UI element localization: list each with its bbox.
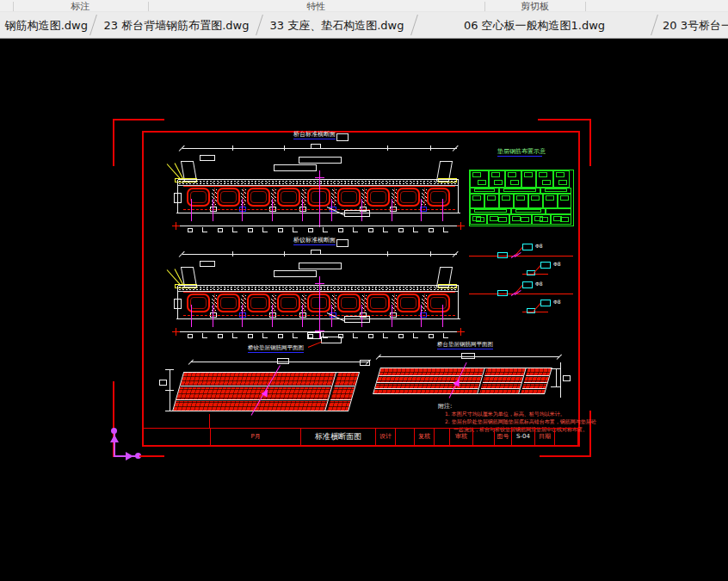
- rebar-tick-magenta: [213, 305, 213, 327]
- bearing-hook: [293, 232, 298, 232]
- drawing-detail: [250, 191, 267, 203]
- bar-section-mark: [497, 290, 508, 296]
- dim-box: [277, 358, 289, 364]
- corner-mark-tr: [538, 119, 591, 121]
- bearing-mark: [368, 334, 373, 338]
- web-red-tick: [274, 294, 275, 312]
- drawing-detail: [430, 191, 447, 203]
- label-box: [299, 157, 342, 164]
- grid-inner-box: [545, 189, 567, 192]
- deck-edge: [458, 286, 459, 318]
- bar-section-mark: [497, 252, 508, 258]
- label-box: [344, 210, 370, 217]
- grid-inner-box: [539, 172, 547, 177]
- rebar-tick-magenta: [242, 199, 243, 221]
- drawing-detail: [341, 297, 357, 309]
- grid-inner-box: [508, 172, 516, 177]
- grid-inner-box: [491, 172, 500, 177]
- void-cell: [247, 188, 270, 207]
- centerline-cross: [319, 173, 320, 182]
- dim-tick: [232, 251, 233, 257]
- void-cell: [367, 294, 390, 312]
- grid-inner-box: [531, 195, 540, 201]
- bearing-hook: [443, 232, 448, 232]
- label-box: [274, 164, 317, 171]
- web-red-tick: [394, 294, 395, 312]
- axis-plus: [176, 222, 176, 230]
- title-underline: [248, 352, 304, 353]
- rebar-tick-magenta: [242, 305, 243, 327]
- rebar-tick-magenta: [302, 199, 303, 221]
- web-red-tick: [214, 188, 215, 207]
- bearing-hook: [383, 232, 388, 232]
- grid-inner-box: [560, 195, 569, 201]
- dim-box: [311, 144, 321, 149]
- rebar-tick-magenta: [191, 199, 192, 221]
- web-red-tick: [364, 188, 365, 207]
- bar-detail-line: [469, 294, 573, 294]
- grid-inner-box: [487, 195, 496, 201]
- label-box: [307, 332, 321, 339]
- bearing-hook: [293, 337, 298, 338]
- drawing-detail: [250, 297, 267, 309]
- bearing-hook: [232, 232, 238, 232]
- grid-inner-box: [498, 217, 507, 222]
- bar-label-box: [522, 244, 533, 250]
- web-red-tick: [424, 188, 425, 207]
- dim-tick: [165, 369, 174, 370]
- drawing-viewport[interactable]: 桥台标准横断面桥铰标准横断面垫层钢筋布置示意Φ8Φ8Φ8Φ8桥铰垫层钢筋网平面图…: [0, 0, 728, 581]
- label-box: [274, 270, 317, 277]
- titleblock-cell: 图号: [495, 429, 512, 445]
- plan-title: 桥台垫层钢筋网平面图: [437, 342, 493, 349]
- rebar-tick-magenta: [272, 199, 273, 221]
- grid-inner-box: [524, 172, 533, 177]
- tab-drawing-1[interactable]: 钢筋构造图.dwg: [0, 14, 93, 37]
- rebar-tick-magenta: [421, 199, 422, 221]
- deck-stipple: [178, 285, 459, 292]
- rebar-tick-magenta: [213, 199, 213, 221]
- bearing-hook: [353, 232, 358, 232]
- bar-detail-line: [469, 256, 573, 257]
- scale-box: [336, 133, 349, 141]
- grid-inner-box: [476, 217, 484, 222]
- panel-divider: [585, 2, 586, 11]
- grid-inner-box: [512, 216, 521, 221]
- bearing-hook: [262, 337, 268, 338]
- void-cell: [337, 188, 361, 207]
- tab-drawing-2[interactable]: 23 桥台背墙钢筋布置图.dwg: [94, 14, 259, 37]
- grid-inner-box: [556, 172, 565, 177]
- centerline-cross: [315, 331, 324, 331]
- titleblock-cell: P月: [211, 429, 301, 445]
- note-line: 2. 垫层台阶处垫层钢筋网随垫层底标高错台布置，钢筋网与垫层砼: [445, 418, 596, 424]
- tab-drawing-4[interactable]: 06 空心板一般构造图1.dwg: [415, 14, 654, 37]
- drawing-detail: [341, 191, 357, 203]
- web-red-tick: [394, 188, 395, 207]
- rebar-tick-magenta: [392, 199, 392, 221]
- corner-mark-br: [540, 455, 591, 457]
- dim-box: [360, 360, 370, 366]
- tab-drawing-3[interactable]: 33 支座、垫石构造图.dwg: [260, 14, 414, 37]
- drawing-detail: [370, 297, 386, 309]
- void-cell: [337, 294, 361, 312]
- bearing-hook: [353, 337, 358, 338]
- titleblock-cell: 复核: [415, 429, 435, 445]
- void-cell: [427, 188, 450, 207]
- panel-label-clipboard: 剪切板: [484, 0, 585, 12]
- application-window: 桥台标准横断面桥铰标准横断面垫层钢筋布置示意Φ8Φ8Φ8Φ8桥铰垫层钢筋网平面图…: [0, 0, 728, 581]
- panel-label-properties: 特性: [148, 0, 484, 12]
- void-cell: [397, 188, 420, 207]
- tab-drawing-5[interactable]: 20 3号桥台一般构造图.dwg: [655, 14, 728, 37]
- dim-line: [174, 226, 463, 226]
- scale-box: [336, 239, 349, 247]
- label-box: [344, 316, 370, 323]
- web-red-tick: [244, 188, 244, 207]
- bearing-mark: [248, 334, 253, 338]
- bearing-hook: [323, 232, 328, 232]
- bearing-mark: [308, 228, 313, 232]
- bearing-hook: [232, 337, 238, 338]
- detail-bracket: [174, 299, 182, 309]
- drawing-detail: [324, 373, 338, 411]
- dim-tick: [430, 251, 431, 257]
- web-red-tick: [244, 294, 244, 312]
- grid-cell: [546, 208, 571, 214]
